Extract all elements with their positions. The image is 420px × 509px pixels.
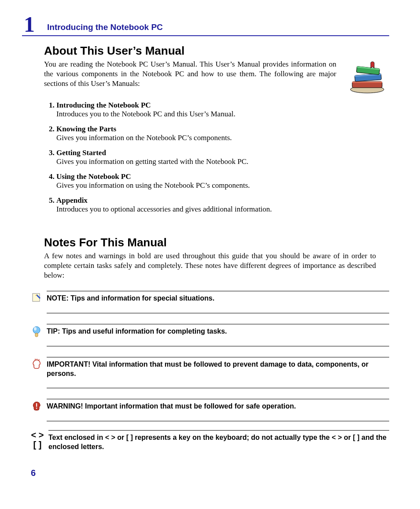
chapter-title: Introducing the Notebook PC xyxy=(47,22,163,32)
manual-page: 1 Introducing the Notebook PC About This… xyxy=(0,0,420,509)
notes-intro: A few notes and warnings in bold are use… xyxy=(44,251,376,280)
note-icon xyxy=(31,293,42,304)
note-row-warning: WARNING! Important information that must… xyxy=(31,399,389,421)
list-item: Appendix Introduces you to optional acce… xyxy=(56,196,389,214)
list-item-desc: Introduces you to the Notebook PC and th… xyxy=(56,110,389,119)
page-number: 6 xyxy=(31,468,36,478)
svg-rect-12 xyxy=(36,408,37,409)
note-text: WARNING! Important information that must… xyxy=(47,399,389,421)
notes-heading: Notes For This Manual xyxy=(44,236,389,249)
chapter-number: 1 xyxy=(24,13,35,35)
warning-icon xyxy=(31,401,42,414)
svg-rect-10 xyxy=(35,333,38,337)
note-text: TIP: Tips and useful information for com… xyxy=(47,324,389,346)
key-brackets-icon: < > [ ] xyxy=(31,430,44,450)
svg-point-9 xyxy=(34,327,37,331)
list-item-title: Using the Notebook PC xyxy=(56,172,131,181)
note-text: Text enclosed in < > or [ ] represents a… xyxy=(48,430,389,453)
list-item-title: Getting Started xyxy=(56,149,106,157)
books-icon xyxy=(345,59,389,95)
list-item: Introducing the Notebook PC Introduces y… xyxy=(56,101,389,119)
svg-rect-2 xyxy=(352,82,382,83)
important-icon xyxy=(31,359,42,372)
note-row-important: IMPORTANT! Vital information that must b… xyxy=(31,357,389,389)
list-item-title: Appendix xyxy=(56,196,88,204)
list-item: Using the Notebook PC Gives you informat… xyxy=(56,172,389,190)
svg-rect-11 xyxy=(36,403,37,407)
list-item-title: Knowing the Parts xyxy=(56,125,116,133)
note-row-tip: TIP: Tips and useful information for com… xyxy=(31,324,389,346)
note-text: NOTE: Tips and information for special s… xyxy=(47,291,389,313)
note-row-keys: < > [ ] Text enclosed in < > or [ ] repr… xyxy=(31,430,389,453)
square-brackets-symbol: [ ] xyxy=(31,440,44,450)
list-item-desc: Gives you information on the Notebook PC… xyxy=(56,134,389,142)
list-item-title: Introducing the Notebook PC xyxy=(56,101,151,109)
tip-icon xyxy=(31,326,42,341)
chapter-header: 1 Introducing the Notebook PC xyxy=(22,13,389,36)
svg-point-8 xyxy=(33,327,40,334)
about-intro-text: You are reading the Notebook PC User’s M… xyxy=(44,59,336,89)
about-section-list: Introducing the Notebook PC Introduces y… xyxy=(44,101,389,214)
angle-brackets-symbol: < > xyxy=(31,430,44,440)
list-item-desc: Gives you information on getting started… xyxy=(56,157,389,166)
list-item-desc: Introduces you to optional accessories a… xyxy=(56,205,389,214)
note-text: IMPORTANT! Vital information that must b… xyxy=(47,357,389,389)
list-item-desc: Gives you information on using the Noteb… xyxy=(56,181,389,190)
note-row-note: NOTE: Tips and information for special s… xyxy=(31,291,389,313)
list-item: Getting Started Gives you information on… xyxy=(56,149,389,166)
about-heading: About This User’s Manual xyxy=(44,44,389,58)
about-intro-block: You are reading the Notebook PC User’s M… xyxy=(44,59,389,95)
list-item: Knowing the Parts Gives you information … xyxy=(56,125,389,142)
